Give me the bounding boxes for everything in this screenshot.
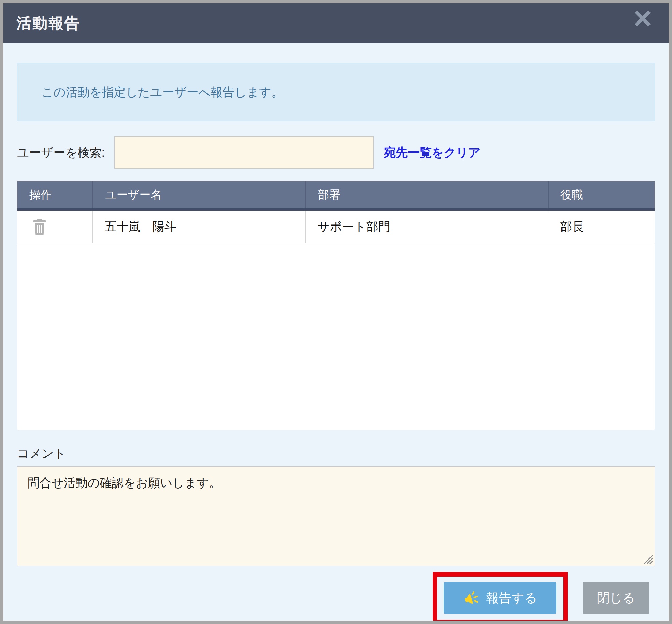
comment-box: 問合せ活動の確認をお願いします。 xyxy=(17,466,655,566)
user-search-input[interactable] xyxy=(114,136,374,169)
dialog-footer: 報告する 閉じる xyxy=(17,572,655,621)
comment-textarea[interactable]: 問合せ活動の確認をお願いします。 xyxy=(17,467,655,566)
screenshot-canvas: 活動報告 この活動を指定したユーザーへ報告します。 ユーザーを検索: 宛先一覧を… xyxy=(0,0,672,624)
comment-label: コメント xyxy=(17,446,655,462)
recipients-table: 操作 ユーザー名 部署 役職 xyxy=(17,181,655,430)
dialog-titlebar: 活動報告 xyxy=(3,3,669,43)
table-header-row: 操作 ユーザー名 部署 役職 xyxy=(17,181,655,211)
delete-user-icon[interactable] xyxy=(33,219,46,235)
table-empty-area xyxy=(17,243,655,430)
cell-operation xyxy=(17,211,92,243)
dialog-body: この活動を指定したユーザーへ報告します。 ユーザーを検索: 宛先一覧をクリア 操… xyxy=(3,43,669,621)
clear-recipients-link[interactable]: 宛先一覧をクリア xyxy=(384,145,480,161)
report-button[interactable]: 報告する xyxy=(444,582,556,614)
notice-text: この活動を指定したユーザーへ報告します。 xyxy=(41,84,283,100)
notice-box: この活動を指定したユーザーへ報告します。 xyxy=(17,63,655,121)
close-icon[interactable] xyxy=(633,10,652,27)
cell-department: サポート部門 xyxy=(305,211,548,243)
user-search-row: ユーザーを検索: 宛先一覧をクリア xyxy=(17,136,655,169)
activity-report-dialog: 活動報告 この活動を指定したユーザーへ報告します。 ユーザーを検索: 宛先一覧を… xyxy=(3,3,669,621)
cell-role: 部長 xyxy=(548,211,655,243)
report-button-label: 報告する xyxy=(486,590,537,607)
close-button[interactable]: 閉じる xyxy=(583,582,649,614)
resize-handle[interactable] xyxy=(641,553,653,564)
user-search-label: ユーザーを検索: xyxy=(17,145,105,161)
header-role: 役職 xyxy=(548,181,655,208)
megaphone-icon xyxy=(463,589,481,607)
highlight-annotation: 報告する xyxy=(433,572,568,621)
close-button-label: 閉じる xyxy=(597,590,636,607)
table-row: 五十嵐 陽斗 サポート部門 部長 xyxy=(17,211,655,243)
cell-user-name: 五十嵐 陽斗 xyxy=(92,211,305,243)
header-department: 部署 xyxy=(305,181,548,208)
header-user-name: ユーザー名 xyxy=(92,181,305,208)
header-operation: 操作 xyxy=(17,181,92,208)
dialog-title: 活動報告 xyxy=(16,13,81,33)
